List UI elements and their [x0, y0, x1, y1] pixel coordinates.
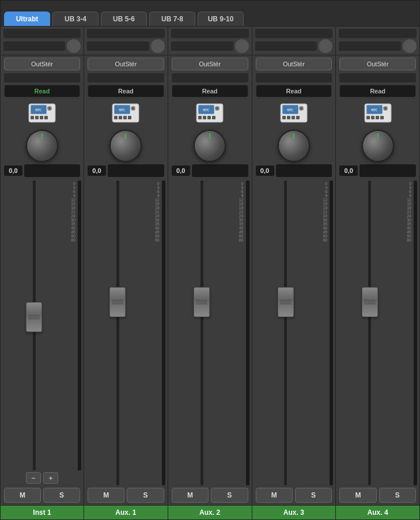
slot-row-1 [3, 29, 81, 38]
tab-ub34[interactable]: UB 3-4 [52, 12, 99, 26]
knob-aux3[interactable] [278, 130, 310, 162]
read-button-aux2[interactable]: Read [172, 85, 248, 97]
mute-button-aux1[interactable]: M [88, 488, 124, 503]
slot-circle-aux2 [235, 39, 249, 53]
output-selector-inst1[interactable]: OutStér [4, 58, 80, 70]
device-icon-aux1: MPC [111, 101, 141, 125]
svg-text:MPC: MPC [36, 108, 42, 112]
level-meter-aux2 [246, 180, 249, 485]
knob-aux1[interactable] [109, 130, 142, 162]
tab-ub910[interactable]: UB 9-10 [198, 12, 244, 26]
slot-circle-aux4 [403, 39, 417, 53]
fader-track-wrapper-aux1: 0369 12151821 24303540 455060 [86, 180, 161, 485]
svg-rect-16 [114, 116, 118, 119]
ms-row-aux4: M S [336, 485, 419, 505]
slot-box-aux3-1 [255, 29, 333, 38]
value-box-aux2: 0,0 [172, 165, 190, 176]
slot-box-aux1-1 [87, 29, 165, 38]
zoom-minus-button[interactable]: − [26, 472, 41, 484]
top-slots-aux4 [336, 27, 419, 54]
zoom-plus-button[interactable]: + [43, 472, 58, 484]
fader-track-wrapper-aux4: 0369 12151821 24303540 455060 [338, 180, 413, 485]
read-button-inst1[interactable]: Read [4, 85, 80, 97]
mute-button-aux2[interactable]: M [172, 488, 209, 503]
slot-row-aux2-2 [171, 39, 249, 53]
value-box-aux4: 0,0 [339, 165, 358, 176]
fader-handle-inst1[interactable] [26, 302, 42, 332]
read-button-aux1[interactable]: Read [88, 85, 164, 97]
ms-row-aux3: M S [252, 485, 336, 505]
value-row-aux4: 0,0 [339, 164, 416, 177]
solo-button-inst1[interactable]: S [43, 488, 80, 503]
label-slot-aux3 [256, 73, 332, 82]
output-selector-aux2[interactable]: OutStér [172, 58, 248, 70]
fader-container-inst1: 0369 12151821 24303540 455060 [1, 178, 84, 470]
fader-container-aux4: 0369 12151821 24303540 455060 [336, 178, 419, 485]
slot-box-aux4-2 [339, 42, 401, 51]
fader-handle-aux2[interactable] [194, 287, 210, 317]
fader-rail-aux2 [200, 180, 203, 485]
divider-aux2 [168, 55, 252, 55]
svg-point-45 [384, 107, 387, 110]
fader-handle-aux1[interactable] [109, 287, 126, 317]
solo-button-aux4[interactable]: S [379, 488, 416, 503]
fader-section-aux2: 0369 12151821 24303540 455060 [168, 178, 252, 485]
channel-aux4: OutStér Read MPC [336, 27, 419, 519]
svg-point-5 [48, 107, 51, 110]
solo-button-aux2[interactable]: S [211, 488, 248, 503]
knob-inst1[interactable] [26, 130, 58, 162]
tab-ub78[interactable]: UB 7-8 [149, 12, 195, 26]
scale-track-aux1: 0369 12151821 24303540 455060 [150, 180, 161, 485]
slot-row-aux1-2 [87, 39, 165, 53]
svg-rect-38 [292, 116, 295, 119]
tab-ultrabt[interactable]: Ultrabt [4, 12, 50, 26]
svg-point-35 [300, 107, 302, 110]
value-box-aux1: 0,0 [88, 165, 106, 176]
fader-handle-aux3[interactable] [278, 287, 294, 317]
read-button-aux4[interactable]: Read [339, 85, 416, 97]
tab-bar: Ultrabt UB 3-4 UB 5-6 UB 7-8 UB 9-10 [1, 1, 419, 26]
slot-box-aux4-1 [339, 29, 417, 38]
knob-aux2[interactable] [194, 130, 226, 162]
mute-button-aux3[interactable]: M [256, 488, 293, 503]
value-row-aux1: 0,0 [88, 164, 164, 177]
fader-track-wrapper-inst1: 0369 12151821 24303540 455060 [3, 180, 77, 470]
fader-rail-area-aux3 [255, 180, 317, 485]
mute-button-inst1[interactable]: M [4, 488, 41, 503]
output-selector-aux3[interactable]: OutStér [256, 58, 332, 70]
scale-track-aux4: 0369 12151821 24303540 455060 [402, 180, 413, 485]
value-box-aux3: 0,0 [256, 165, 274, 176]
knob-area-inst1 [26, 130, 58, 162]
fader-track-wrapper-aux3: 0369 12151821 24303540 455060 [255, 180, 329, 485]
solo-button-aux3[interactable]: S [295, 488, 332, 503]
fader-rail-area-aux1 [86, 180, 149, 485]
knob-aux4[interactable] [362, 130, 394, 162]
fader-handle-aux4[interactable] [362, 287, 378, 317]
svg-rect-8 [40, 116, 43, 119]
device-svg-aux2: MPC [195, 101, 224, 125]
svg-rect-39 [296, 116, 300, 119]
output-selector-aux4[interactable]: OutStér [339, 58, 416, 70]
solo-button-aux1[interactable]: S [127, 488, 164, 503]
slot-box-aux2-2 [171, 42, 233, 51]
mute-button-aux4[interactable]: M [339, 488, 376, 503]
output-selector-aux1[interactable]: OutStér [88, 58, 164, 70]
tab-ub56[interactable]: UB 5-6 [101, 12, 147, 26]
top-slots-aux3 [252, 27, 336, 54]
knob-area-aux4 [362, 130, 394, 162]
svg-rect-29 [212, 116, 215, 119]
pan-box-aux2 [192, 164, 248, 177]
divider-aux3 [252, 55, 336, 55]
ms-row-inst1: M S [1, 485, 84, 505]
value-box-inst1: 0,0 [4, 165, 22, 176]
read-button-aux3[interactable]: Read [256, 85, 332, 97]
channel-aux3: OutStér Read MPC [252, 27, 336, 519]
slot-box-2 [3, 42, 65, 51]
svg-rect-26 [198, 116, 202, 119]
label-slot-aux1 [88, 73, 164, 82]
device-icon-aux3: MPC [279, 101, 309, 125]
device-svg-aux3: MPC [279, 101, 308, 125]
slot-row-aux4-1 [339, 29, 417, 38]
fader-rail-inst1 [33, 180, 36, 470]
mixer-panel: Ultrabt UB 3-4 UB 5-6 UB 7-8 UB 9-10 Out… [0, 0, 420, 520]
